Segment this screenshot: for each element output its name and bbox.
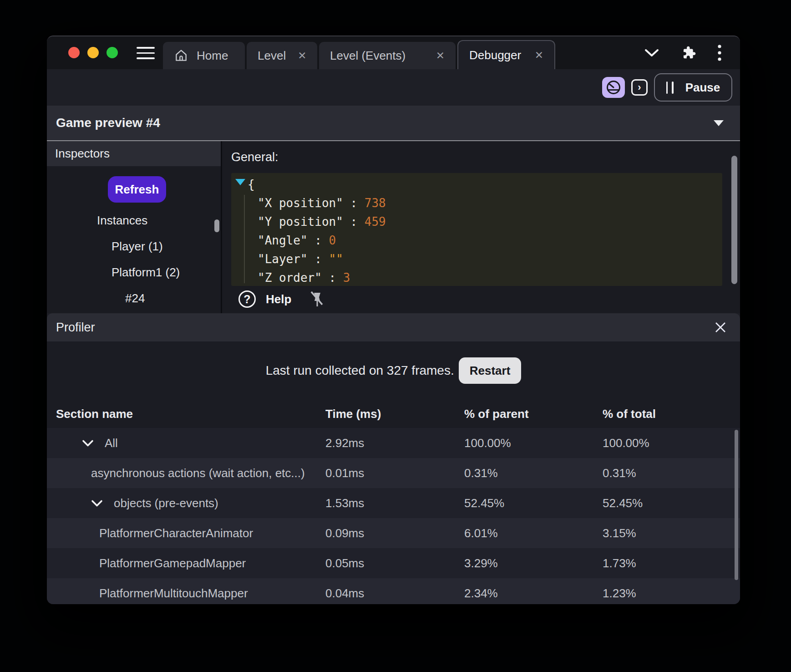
chevron-down-icon[interactable] [644, 48, 660, 58]
help-label[interactable]: Help [266, 292, 291, 306]
game-preview-title: Game preview #4 [56, 116, 160, 130]
profiler-toggle-button[interactable] [602, 77, 625, 98]
percent-total-value: 0.31% [603, 466, 636, 480]
profiler-panel: Profiler Last run collected on 327 frame… [47, 313, 740, 604]
chevron-down-icon[interactable] [82, 439, 94, 447]
tree-item-platform1[interactable]: Platform1 (2) [112, 265, 180, 280]
percent-parent-value: 100.00% [464, 436, 511, 450]
close-tab-icon[interactable]: ✕ [436, 50, 445, 62]
extensions-puzzle-icon[interactable] [681, 45, 696, 61]
collapse-caret-icon[interactable] [714, 120, 724, 126]
time-value: 1.53ms [325, 496, 364, 510]
time-value: 0.01ms [325, 466, 364, 480]
pin-off-icon[interactable] [309, 290, 325, 308]
time-value: 0.05ms [325, 556, 364, 570]
section-name: objects (pre-events) [114, 496, 218, 510]
tab-level[interactable]: Level ✕ [247, 42, 317, 69]
tree-item-instances[interactable]: Instances [97, 214, 147, 228]
time-value: 0.04ms [325, 586, 364, 601]
percent-parent-value: 2.34% [464, 586, 498, 601]
pause-button[interactable]: Pause [654, 73, 732, 102]
collapse-triangle-icon[interactable] [235, 179, 245, 185]
properties-json-view: { "X position" : 738 "Y position" : 459 … [231, 173, 722, 286]
tab-home[interactable]: Home [163, 42, 245, 69]
profiler-status-row: Last run collected on 327 frames. Restar… [47, 341, 740, 400]
console-button[interactable]: › [631, 79, 648, 96]
restart-button[interactable]: Restart [459, 357, 522, 384]
inspectors-header: Inspectors [47, 141, 221, 166]
general-title: General: [231, 150, 279, 164]
general-panel: General: { "X position" : 738 "Y positio… [222, 141, 740, 313]
inspectors-panel: Inspectors Refresh Instances Player (1) … [47, 141, 222, 313]
section-name: All [105, 436, 118, 450]
section-name: asynchronous actions (wait action, etc..… [91, 466, 305, 480]
tree-guide-line [244, 195, 245, 283]
tab-label: Home [197, 49, 228, 63]
profiler-header: Profiler [47, 313, 740, 341]
refresh-button[interactable]: Refresh [108, 176, 166, 203]
console-icon: › [638, 82, 641, 92]
percent-total-value: 100.00% [603, 436, 649, 450]
chevron-down-icon[interactable] [91, 499, 103, 507]
profiler-status-text: Last run collected on 327 frames. [266, 363, 454, 378]
close-window-button[interactable] [68, 47, 80, 58]
kebab-menu-icon[interactable] [717, 44, 722, 61]
close-tab-icon[interactable]: ✕ [298, 50, 306, 62]
json-line-x-position[interactable]: "X position" : 738 [231, 194, 722, 213]
profiler-table: Section name Time (ms) % of parent % of … [47, 400, 740, 604]
section-name: PlatformerMultitouchMapper [99, 586, 248, 601]
tab-bar: Home Level ✕ Level (Events) ✕ Debugger ✕ [163, 36, 555, 69]
percent-parent-value: 52.45% [464, 496, 504, 510]
percent-parent-value: 3.29% [464, 556, 498, 570]
percent-total-value: 3.15% [603, 526, 636, 540]
json-line-layer[interactable]: "Layer" : "" [231, 250, 722, 269]
profiler-table-scrollbar[interactable] [735, 430, 738, 580]
percent-parent-value: 0.31% [464, 466, 498, 480]
time-value: 2.92ms [325, 436, 364, 450]
table-row[interactable]: All 2.92ms 100.00% 100.00% [47, 428, 740, 458]
table-row[interactable]: PlatformerGamepadMapper 0.05ms 3.29% 1.7… [47, 548, 740, 578]
tab-level-events[interactable]: Level (Events) ✕ [319, 42, 456, 69]
tree-item-instance-24[interactable]: #24 [125, 291, 145, 305]
table-row[interactable]: PlatformerMultitouchMapper 0.04ms 2.34% … [47, 578, 740, 604]
header-percent-parent: % of parent [464, 407, 529, 421]
profiler-title: Profiler [56, 321, 95, 335]
tree-item-player[interactable]: Player (1) [112, 239, 163, 254]
debugger-window: Home Level ✕ Level (Events) ✕ Debugger ✕ [47, 36, 740, 604]
table-row[interactable]: asynchronous actions (wait action, etc..… [47, 458, 740, 488]
pause-icon [666, 81, 674, 94]
percent-total-value: 1.73% [603, 556, 636, 570]
tab-debugger[interactable]: Debugger ✕ [457, 40, 555, 69]
section-name: PlatformerGamepadMapper [99, 556, 246, 570]
game-preview-header[interactable]: Game preview #4 [47, 106, 740, 141]
json-line-z-order[interactable]: "Z order" : 3 [231, 269, 722, 286]
table-row[interactable]: objects (pre-events) 1.53ms 52.45% 52.45… [47, 488, 740, 518]
json-open-brace: { [231, 175, 722, 194]
inspectors-scrollbar[interactable] [214, 219, 219, 232]
json-line-y-position[interactable]: "Y position" : 459 [231, 213, 722, 231]
inspectors-title: Inspectors [55, 147, 110, 161]
inspector-content: Inspectors Refresh Instances Player (1) … [47, 141, 740, 313]
general-scrollbar[interactable] [731, 156, 737, 284]
header-section-name: Section name [56, 407, 133, 421]
minimize-window-button[interactable] [87, 47, 99, 58]
help-icon[interactable]: ? [238, 290, 256, 308]
close-tab-icon[interactable]: ✕ [535, 49, 543, 61]
table-row[interactable]: PlatformerCharacterAnimator 0.09ms 6.01%… [47, 518, 740, 548]
zoom-window-button[interactable] [106, 47, 118, 58]
header-time: Time (ms) [325, 407, 381, 421]
time-value: 0.09ms [325, 526, 364, 540]
header-percent-total: % of total [603, 407, 656, 421]
tab-label: Level [258, 49, 286, 63]
tab-label: Level (Events) [330, 49, 406, 63]
close-profiler-icon[interactable] [715, 321, 726, 333]
help-row: ? Help [238, 289, 325, 310]
home-icon [174, 48, 188, 63]
tab-label: Debugger [469, 48, 521, 62]
json-line-angle[interactable]: "Angle" : 0 [231, 231, 722, 250]
menu-icon[interactable] [137, 47, 155, 59]
pause-label: Pause [685, 81, 720, 95]
section-name: PlatformerCharacterAnimator [99, 526, 253, 540]
percent-parent-value: 6.01% [464, 526, 498, 540]
profiler-table-header: Section name Time (ms) % of parent % of … [47, 400, 740, 428]
